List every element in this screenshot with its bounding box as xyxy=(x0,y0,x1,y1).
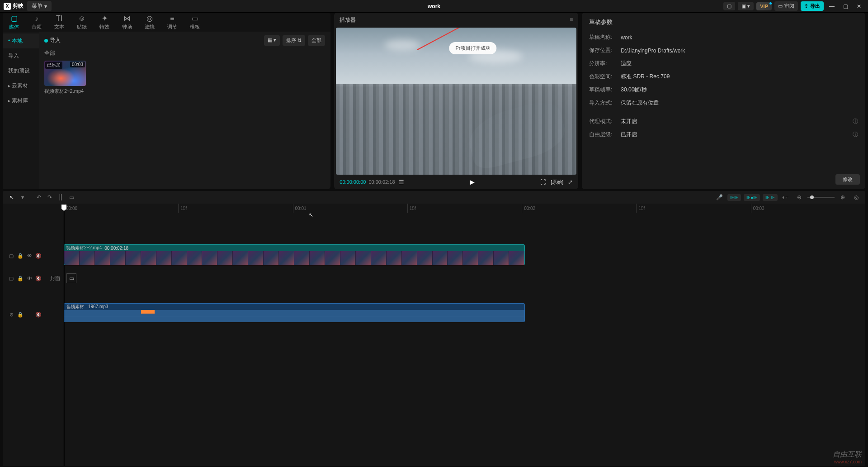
snap-button-3[interactable]: ⊪ ⊪ xyxy=(763,194,778,201)
clip-name: 视频素材2~2.mp4 xyxy=(66,245,102,251)
layout-button-2[interactable]: ▣ ▾ xyxy=(738,2,754,10)
timeline-ruler[interactable]: 00:00 15f 00:01 15f 00:02 15f 00:03 xyxy=(64,204,865,213)
sticker-icon: ☺ xyxy=(78,14,85,23)
mic-icon[interactable]: 🎤 xyxy=(714,192,725,203)
lock-icon[interactable]: 🔒 xyxy=(17,253,24,259)
project-title: work xyxy=(428,3,440,10)
redo-button[interactable]: ↷ xyxy=(44,192,55,203)
sort-button[interactable]: 排序 ⇅ xyxy=(283,35,305,46)
param-value-name: work xyxy=(621,34,632,41)
import-dot-icon xyxy=(44,39,48,43)
preview-viewport[interactable]: Pr项目打开成功 xyxy=(336,28,576,175)
menu-button[interactable]: 菜单▾ xyxy=(27,1,52,11)
clip-duration: 00:00:02:18 xyxy=(104,246,128,251)
tab-template[interactable]: ▭模板 xyxy=(184,13,206,32)
fullscreen-icon[interactable]: ⤢ xyxy=(568,179,573,186)
duration-timecode: 00:00:02:18 xyxy=(368,179,395,185)
mute-icon[interactable]: 🔇 xyxy=(35,311,42,318)
player-title: 播放器 xyxy=(340,16,356,24)
param-value-import: 保留在原有位置 xyxy=(621,99,659,107)
player-menu-icon[interactable]: ≡ xyxy=(570,16,573,24)
maximize-button[interactable]: ▢ xyxy=(840,1,851,12)
delete-tool[interactable]: ▭ xyxy=(66,192,77,203)
track-toggle-icon[interactable]: ⊘ xyxy=(8,311,14,318)
watermark: 自由互联 www.xz7.com xyxy=(833,450,862,464)
undo-button[interactable]: ↶ xyxy=(33,192,44,203)
ratio-button[interactable]: [原始] xyxy=(551,179,563,186)
tool-dropdown[interactable]: ▾ xyxy=(17,192,28,203)
import-button[interactable]: 导入 xyxy=(44,37,61,44)
fit-button[interactable]: ◎ xyxy=(851,192,862,203)
playhead[interactable] xyxy=(64,204,64,466)
mute-icon[interactable]: 🔇 xyxy=(35,253,42,259)
modify-button[interactable]: 修改 xyxy=(835,174,860,185)
tab-filter[interactable]: ◎滤镜 xyxy=(138,13,161,32)
video-track: ▢ 🔒 👁 🔇 视频素材2~2.mp400:00:02:18 xyxy=(3,244,865,267)
media-thumbnail[interactable]: 已添加 00:03 视频素材2~2.mp4 xyxy=(44,61,86,95)
info-icon[interactable]: ⓘ xyxy=(853,131,858,138)
lock-icon[interactable]: 🔒 xyxy=(17,275,24,281)
list-icon[interactable]: ☰ xyxy=(399,179,404,186)
focus-icon[interactable]: ⛶ xyxy=(540,179,546,186)
close-button[interactable]: ✕ xyxy=(854,1,864,12)
tab-media[interactable]: ▢媒体 xyxy=(3,13,25,32)
sidebar-item-local[interactable]: • 本地 xyxy=(3,33,39,48)
tab-adjust[interactable]: ≡调节 xyxy=(161,13,184,32)
lock-icon[interactable]: 🔒 xyxy=(17,311,24,318)
timeline[interactable]: ↖ 00:00 15f 00:01 15f 00:02 15f 00:03 ▢ … xyxy=(3,204,865,466)
player-panel: 播放器 ≡ Pr项目打开成功 00:00:00:00 00:00:02:18 ☰… xyxy=(334,13,578,189)
tab-sticker[interactable]: ☺贴纸 xyxy=(71,13,93,32)
align-tool[interactable]: ⫞⫟ xyxy=(780,192,791,203)
review-button[interactable]: ▭ 审阅 xyxy=(774,1,798,11)
grid-view-button[interactable]: ▦ ▾ xyxy=(264,35,280,46)
play-button[interactable]: ▶ xyxy=(470,178,475,186)
current-timecode[interactable]: 00:00:00:00 xyxy=(340,179,366,185)
param-value-path: D:/JianyingPro Drafts/work xyxy=(621,48,685,54)
media-icon: ▢ xyxy=(11,14,18,23)
chevron-down-icon: ▾ xyxy=(44,3,47,10)
properties-title: 草稿参数 xyxy=(589,18,858,26)
tab-text[interactable]: TI文本 xyxy=(48,13,71,32)
audio-clip[interactable]: 音频素材 - 1967.mp3 xyxy=(64,303,525,322)
param-label-proxy: 代理模式: xyxy=(589,118,621,125)
param-label-freelayer: 自由层级: xyxy=(589,131,621,138)
cover-thumbnail[interactable]: ▭ xyxy=(66,273,76,283)
template-icon: ▭ xyxy=(192,14,198,23)
minimize-button[interactable]: — xyxy=(826,1,837,12)
text-icon: TI xyxy=(56,14,62,23)
sidebar-item-presets[interactable]: 我的预设 xyxy=(3,63,39,78)
layout-button-1[interactable]: ▢ xyxy=(723,2,735,10)
param-label-resolution: 分辨率: xyxy=(589,60,621,67)
filter-icon: ◎ xyxy=(146,14,153,23)
timeline-toolbar: ↖ ▾ ↶ ↷ ⎥⎢ ▭ 🎤 ⊪⊪ ⊪●⊪ ⊪ ⊪ ⫞⫟ ⊖ ⊕ ◎ xyxy=(3,191,865,204)
tab-transition[interactable]: ⋈转场 xyxy=(116,13,138,32)
export-button[interactable]: ⇪ 导出 xyxy=(801,1,824,11)
select-tool[interactable]: ↖ xyxy=(6,192,17,203)
zoom-slider[interactable] xyxy=(807,197,835,198)
snap-button-2[interactable]: ⊪●⊪ xyxy=(744,194,760,201)
sidebar-item-import[interactable]: 导入 xyxy=(3,48,39,63)
param-label-path: 保存位置: xyxy=(589,47,621,54)
video-clip[interactable]: 视频素材2~2.mp400:00:02:18 xyxy=(64,244,525,265)
track-collapse-icon[interactable]: ▢ xyxy=(8,253,14,259)
vip-button[interactable]: VIP xyxy=(756,2,772,10)
zoom-out-button[interactable]: ⊖ xyxy=(794,192,805,203)
snap-button-1[interactable]: ⊪⊪ xyxy=(727,194,741,201)
sidebar-item-library[interactable]: 素材库 xyxy=(3,93,39,108)
param-value-framerate: 30.00帧/秒 xyxy=(621,86,646,94)
cover-track: ▢ 🔒 👁 🔇 封面 ▭ xyxy=(3,267,865,290)
all-filter-button[interactable]: 全部 xyxy=(308,35,325,46)
thumb-added-badge: 已添加 xyxy=(45,62,62,69)
sidebar-item-cloud[interactable]: 云素材 xyxy=(3,78,39,93)
tab-audio[interactable]: ♪音频 xyxy=(25,13,48,32)
success-tooltip: Pr项目打开成功 xyxy=(449,42,497,54)
mute-icon[interactable]: 🔇 xyxy=(35,275,42,281)
visibility-icon[interactable]: 👁 xyxy=(26,275,33,281)
tab-effects[interactable]: ✦特效 xyxy=(93,13,116,32)
param-label-colorspace: 色彩空间: xyxy=(589,73,621,81)
track-collapse-icon[interactable]: ▢ xyxy=(8,275,14,281)
info-icon[interactable]: ⓘ xyxy=(853,118,858,125)
zoom-in-button[interactable]: ⊕ xyxy=(837,192,848,203)
split-tool[interactable]: ⎥⎢ xyxy=(55,192,66,203)
visibility-icon[interactable]: 👁 xyxy=(26,253,33,259)
